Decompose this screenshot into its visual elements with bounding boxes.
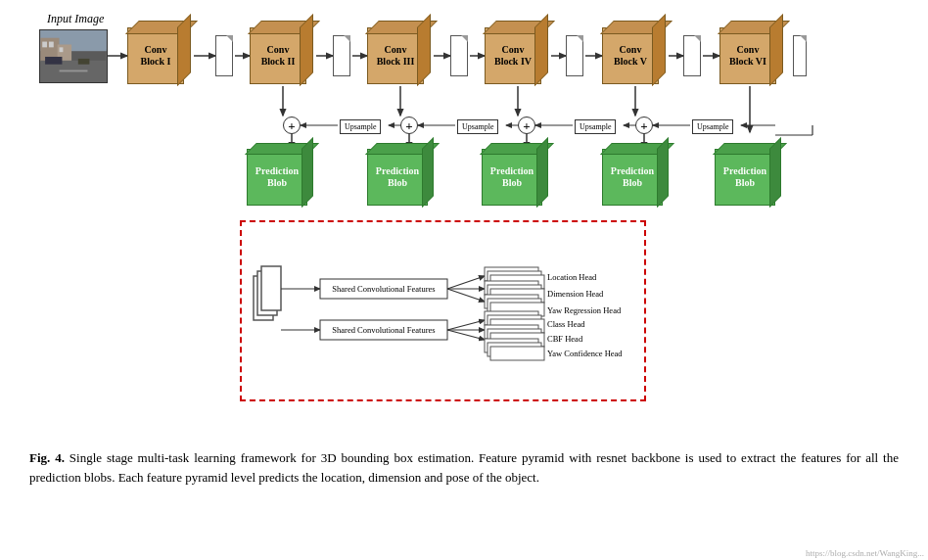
upsample-3: Upsample	[457, 119, 498, 134]
svg-text:Yaw Confidence Head: Yaw Confidence Head	[547, 349, 623, 358]
svg-rect-5	[49, 42, 54, 48]
svg-rect-4	[42, 42, 47, 48]
conv-block-3: Conv Block III	[367, 27, 424, 84]
svg-text:Yaw Regression Head: Yaw Regression Head	[547, 305, 622, 315]
prediction-blob-2: Prediction Blob	[367, 149, 428, 206]
svg-rect-7	[60, 47, 64, 52]
fold-page-5	[683, 35, 701, 76]
detail-box: Shared Convolutional Features Shared Con…	[240, 220, 646, 401]
svg-line-70	[447, 330, 485, 340]
plus-circle-3: +	[400, 117, 418, 134]
fold-page-6	[793, 35, 807, 76]
plus-circle-1: +	[635, 117, 653, 134]
upsample-1: Upsample	[692, 119, 733, 134]
watermark: https://blog.csdn.net/WangKing...	[806, 548, 924, 558]
conv-block-1: Conv Block I	[127, 27, 184, 84]
svg-text:Location Head: Location Head	[547, 272, 597, 282]
diagram-area: Input Image	[29, 10, 899, 441]
fold-page-2	[333, 35, 350, 76]
svg-line-55	[447, 289, 485, 302]
plus-circle-2: +	[518, 117, 535, 134]
svg-rect-9	[60, 70, 88, 71]
svg-text:Shared Convolutional Features: Shared Convolutional Features	[332, 284, 435, 294]
svg-rect-11	[78, 59, 90, 65]
svg-rect-46	[261, 266, 281, 310]
conv-block-2: Conv Block II	[250, 27, 306, 84]
svg-text:CBF Head: CBF Head	[547, 334, 583, 344]
caption-text: Single stage multi-task learning framewo…	[29, 450, 899, 485]
svg-line-53	[447, 276, 485, 289]
svg-text:Dimension Head: Dimension Head	[547, 289, 604, 299]
fold-page-3	[450, 35, 468, 76]
svg-rect-79	[490, 347, 544, 360]
svg-text:Class Head: Class Head	[547, 319, 585, 329]
conv-block-6: Conv Block VI	[719, 27, 776, 84]
conv-block-5: Conv Block V	[602, 27, 659, 84]
input-image-label: Input Image	[47, 12, 104, 26]
input-image	[39, 29, 108, 83]
fig-label: Fig. 4.	[29, 450, 65, 465]
upsample-4: Upsample	[340, 119, 381, 134]
prediction-blob-1: Prediction Blob	[247, 149, 307, 206]
prediction-blob-5: Prediction Blob	[715, 149, 775, 206]
svg-line-68	[447, 320, 485, 330]
svg-text:Shared Convolutional Features: Shared Convolutional Features	[332, 325, 435, 335]
prediction-blob-4: Prediction Blob	[602, 149, 663, 206]
svg-rect-10	[45, 57, 62, 65]
conv-block-4: Conv Block IV	[485, 27, 541, 84]
detail-box-svg: Shared Convolutional Features Shared Con…	[242, 222, 648, 403]
caption: Fig. 4. Single stage multi-task learning…	[29, 448, 899, 488]
upsample-2: Upsample	[575, 119, 616, 134]
page: Input Image	[0, 0, 928, 560]
plus-circle-4: +	[283, 117, 301, 134]
fold-page-1	[215, 35, 233, 76]
prediction-blob-3: Prediction Blob	[482, 149, 542, 206]
fold-page-4	[566, 35, 583, 76]
